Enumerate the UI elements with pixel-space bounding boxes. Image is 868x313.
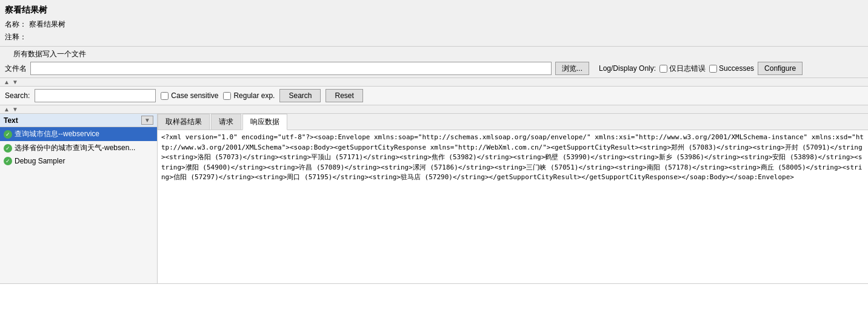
content-area: Text ▼ 查询城市信息--webservice 选择省份中的城市查询天气-w… — [0, 114, 868, 283]
xml-content: <?xml version="1.0" encoding="utf-8"?><s… — [161, 133, 864, 183]
name-label: 名称： — [5, 19, 29, 30]
regular-exp-label[interactable]: Regular exp. — [223, 91, 275, 100]
page-title: 察看结果树 — [5, 2, 863, 18]
successes-checkbox[interactable] — [709, 65, 717, 73]
search-bar: Search: Case sensitive Regular exp. Sear… — [0, 87, 868, 105]
comment-label: 注释： — [5, 32, 29, 42]
name-row: 名称： 察看结果树 — [5, 18, 863, 31]
tab-request[interactable]: 请求 — [211, 114, 241, 130]
scroll-left-icon[interactable]: ▲ — [2, 106, 11, 113]
config-section: 所有数据写入一个文件 文件名 浏览... Log/Display Only: 仅… — [0, 47, 868, 78]
log-errors-label: 仅日志错误 — [669, 64, 706, 74]
file-label: 文件名 — [5, 64, 27, 74]
bottom-area — [0, 283, 868, 313]
scroll-row-1: ▲ ▼ — [0, 78, 868, 87]
tree-item-1[interactable]: 选择省份中的城市查询天气-websen... — [0, 141, 157, 155]
tab-content: <?xml version="1.0" encoding="utf-8"?><s… — [158, 130, 868, 283]
right-panel: 取样器结果 请求 响应数据 <?xml version="1.0" encodi… — [158, 114, 868, 283]
log-display-label: Log/Display Only: — [599, 64, 656, 73]
configure-button[interactable]: Configure — [758, 62, 803, 75]
tabs-row: 取样器结果 请求 响应数据 — [158, 114, 868, 130]
scroll-right-icon[interactable]: ▼ — [11, 106, 19, 113]
successes-label: Successes — [719, 64, 754, 73]
regular-exp-checkbox[interactable] — [223, 92, 231, 100]
tree-item-label-0: 查询城市信息--webservice — [15, 129, 99, 139]
reset-button[interactable]: Reset — [326, 89, 362, 102]
notes-text: 所有数据写入一个文件 — [13, 48, 86, 59]
regular-exp-text: Regular exp. — [233, 91, 275, 100]
case-sensitive-label[interactable]: Case sensitive — [161, 91, 218, 100]
left-panel-dropdown[interactable]: ▼ — [141, 116, 153, 125]
main-container: 察看结果树 名称： 察看结果树 注释： 所有数据写入一个文件 文件名 浏览...… — [0, 0, 868, 313]
tree-item-0[interactable]: 查询城市信息--webservice — [0, 127, 157, 141]
file-log-row: 文件名 浏览... Log/Display Only: 仅日志错误 Succes… — [5, 62, 863, 75]
left-panel: Text ▼ 查询城市信息--webservice 选择省份中的城市查询天气-w… — [0, 114, 158, 283]
successes-checkbox-label[interactable]: Successes — [709, 64, 754, 73]
log-errors-checkbox[interactable] — [659, 65, 667, 73]
search-button[interactable]: Search — [279, 89, 321, 102]
tree-item-2[interactable]: Debug Sampler — [0, 155, 157, 167]
search-label: Search: — [5, 91, 30, 100]
log-errors-checkbox-label[interactable]: 仅日志错误 — [659, 64, 706, 74]
status-icon-2 — [4, 157, 12, 165]
left-panel-header: Text ▼ — [0, 114, 157, 127]
name-value: 察看结果树 — [29, 19, 65, 30]
case-sensitive-checkbox[interactable] — [161, 92, 169, 100]
tab-response-data[interactable]: 响应数据 — [242, 114, 287, 130]
tab-sampler-results[interactable]: 取样器结果 — [158, 114, 210, 130]
tree-item-label-1: 选择省份中的城市查询天气-websen... — [15, 143, 135, 153]
tree-item-label-2: Debug Sampler — [15, 157, 65, 165]
scroll-row-2: ▲ ▼ — [0, 105, 868, 114]
file-input[interactable] — [30, 62, 552, 75]
status-icon-1 — [4, 144, 12, 153]
browse-button[interactable]: 浏览... — [555, 62, 589, 75]
header-section: 察看结果树 名称： 察看结果树 注释： — [0, 0, 868, 47]
status-icon-0 — [4, 130, 12, 139]
notes-section: 所有数据写入一个文件 — [5, 48, 863, 62]
case-sensitive-text: Case sensitive — [171, 91, 218, 100]
scroll-down-icon[interactable]: ▼ — [11, 79, 19, 85]
left-panel-title: Text — [4, 116, 141, 125]
comment-row: 注释： — [5, 31, 863, 44]
scroll-up-icon[interactable]: ▲ — [2, 79, 11, 85]
search-input[interactable] — [35, 89, 156, 102]
